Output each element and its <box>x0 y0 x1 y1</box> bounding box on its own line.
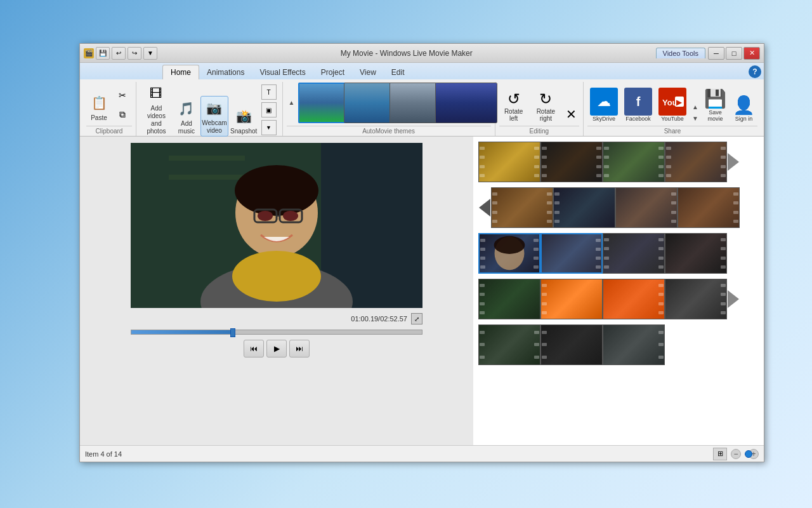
clip-thumb-2[interactable] <box>540 142 603 182</box>
snapshot-button[interactable]: 📸 Snapshot <box>230 105 258 137</box>
share-scroll-up[interactable]: ▲ <box>690 102 700 112</box>
clip-thumb-11[interactable] <box>603 233 665 274</box>
facebook-label: Facebook <box>625 116 651 122</box>
maximize-button[interactable]: □ <box>726 47 742 60</box>
add-videos-button[interactable]: 🎞 Add videosand photos <box>140 82 173 137</box>
sign-in-button[interactable]: 👤 Sign in <box>730 93 757 123</box>
snapshot-icon: 📸 <box>233 106 254 126</box>
clip-thumb-16[interactable] <box>665 279 727 319</box>
main-window: 🎬 💾 ↩ ↪ ▼ My Movie - Windows Live Movie … <box>79 43 764 462</box>
save-movie-icon: 💾 <box>704 88 726 109</box>
tab-visual-effects[interactable]: Visual Effects <box>252 65 313 79</box>
clip-thumb-5[interactable] <box>491 187 553 228</box>
tab-edit[interactable]: Edit <box>384 65 412 79</box>
film-hole <box>596 174 601 177</box>
clip-thumb-1[interactable] <box>478 142 540 182</box>
tab-project[interactable]: Project <box>313 65 352 79</box>
more-editing-button[interactable]: ✕ <box>563 105 579 123</box>
film-hole <box>721 311 726 314</box>
zoom-thumb[interactable] <box>745 450 752 458</box>
quick-access-save[interactable]: 💾 <box>96 47 110 60</box>
editing-group: ↻ Rotate left ↻ Rotate right ✕ Editing <box>495 82 584 136</box>
progress-thumb[interactable] <box>230 328 235 337</box>
rotate-right-button[interactable]: ↻ Rotate right <box>530 89 562 123</box>
clip-thumb-19[interactable] <box>603 324 665 365</box>
save-movie-button[interactable]: 💾 Save movie <box>702 87 729 123</box>
clip-thumb-15[interactable] <box>603 279 665 319</box>
add-credits-button[interactable]: ▼ <box>259 119 278 137</box>
music-note-icon: 🎵 <box>176 98 197 119</box>
film-strip-right <box>595 234 601 272</box>
clip-arrow-1 <box>727 142 740 182</box>
film-strip-right <box>720 279 726 319</box>
clip-thumb-17[interactable] <box>478 324 540 365</box>
progress-bar[interactable] <box>131 330 422 335</box>
rotate-left-button[interactable]: ↻ Rotate left <box>499 89 528 123</box>
film-strip-left <box>492 188 498 227</box>
help-button[interactable]: ? <box>749 65 761 78</box>
zoom-out-button[interactable]: − <box>731 449 741 459</box>
film-hole <box>542 165 547 168</box>
copy-button[interactable]: ⧉ <box>113 105 132 123</box>
quick-access-redo[interactable]: ↪ <box>128 47 141 60</box>
theme-dark[interactable] <box>435 83 497 123</box>
storyboard-scroll[interactable] <box>473 137 764 445</box>
scissors-icon: ✂ <box>115 88 130 103</box>
themes-grid <box>298 83 480 123</box>
webcam-video-button[interactable]: 📷 Webcamvideo <box>200 96 228 137</box>
film-hole <box>480 343 485 346</box>
clip-thumb-8[interactable] <box>678 187 740 228</box>
film-hole <box>721 238 726 241</box>
clip-thumb-10-selected[interactable] <box>540 233 603 274</box>
storyboard-view-button[interactable]: ⊞ <box>713 448 727 460</box>
share-scroll-down[interactable]: ▼ <box>690 113 700 123</box>
youtube-button[interactable]: You ▶ YouTube <box>656 86 689 123</box>
video-tools-tab[interactable]: Video Tools <box>656 48 705 58</box>
close-button[interactable]: ✕ <box>743 47 760 60</box>
add-title-button[interactable]: T <box>259 83 278 101</box>
tab-home[interactable]: Home <box>162 65 199 79</box>
clip-thumb-14[interactable] <box>540 279 603 319</box>
clip-thumb-9-selected[interactable] <box>478 233 540 274</box>
add-videos-label: Add videosand photos <box>143 105 170 135</box>
film-hole <box>480 331 485 334</box>
tab-animations[interactable]: Animations <box>199 65 252 79</box>
clip-thumb-3[interactable] <box>603 142 665 182</box>
add-caption-button[interactable]: ▣ <box>259 101 278 119</box>
film-strip-right <box>546 188 553 227</box>
film-hole <box>733 211 738 214</box>
rotate-right-icon: ↻ <box>539 90 552 108</box>
next-frame-button[interactable]: ⏭ <box>289 340 310 358</box>
film-hole <box>542 147 547 150</box>
snapshot-label: Snapshot <box>230 128 257 135</box>
clip-thumb-7[interactable] <box>615 187 678 228</box>
clip-thumb-12[interactable] <box>665 233 727 274</box>
film-hole <box>721 302 726 305</box>
facebook-button[interactable]: f Facebook <box>622 86 655 123</box>
paste-button[interactable]: 📋 Paste <box>86 91 112 123</box>
film-hole <box>721 165 726 168</box>
clip-thumb-6[interactable] <box>553 187 615 228</box>
clip-thumb-18[interactable] <box>540 324 603 365</box>
clip-thumb-4[interactable] <box>665 142 727 182</box>
expand-button[interactable]: ⤢ <box>411 313 422 324</box>
play-button[interactable]: ▶ <box>266 340 287 358</box>
quick-access-undo[interactable]: ↩ <box>112 47 126 60</box>
add-music-button[interactable]: 🎵 Addmusic <box>174 97 199 137</box>
film-hole <box>480 356 485 359</box>
quick-access-dropdown[interactable]: ▼ <box>143 47 157 60</box>
clip-group-3 <box>478 233 727 274</box>
clip-thumb-13[interactable] <box>478 279 540 319</box>
film-hole <box>721 147 726 150</box>
cut-button[interactable]: ✂ <box>113 86 132 104</box>
skydrive-button[interactable]: ☁ SkyDrive <box>587 86 620 123</box>
film-hole <box>480 311 485 314</box>
skydrive-label: SkyDrive <box>593 116 615 122</box>
film-strip-left <box>541 279 547 319</box>
minimize-button[interactable]: ─ <box>708 47 724 60</box>
themes-scroll-up[interactable]: ▲ <box>287 98 297 108</box>
tab-view[interactable]: View <box>352 65 384 79</box>
prev-frame-button[interactable]: ⏮ <box>244 340 264 358</box>
film-strip-right <box>596 142 602 182</box>
film-hole <box>542 343 547 346</box>
